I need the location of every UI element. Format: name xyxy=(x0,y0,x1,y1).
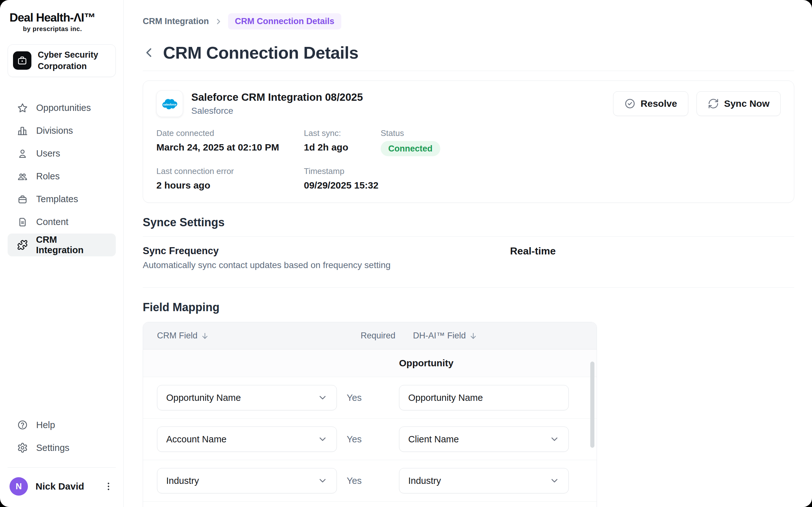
table-row: Expected deal value Yes Amount xyxy=(143,502,597,507)
dhai-field-select[interactable]: Client Name xyxy=(399,427,569,452)
field-label: Timestamp xyxy=(304,166,380,176)
svg-text:salesforce: salesforce xyxy=(163,103,176,106)
help-circle-icon xyxy=(17,419,28,430)
dhai-field-select[interactable]: Industry xyxy=(399,468,569,493)
select-value: Opportunity Name xyxy=(408,393,483,403)
breadcrumb-parent[interactable]: CRM Integration xyxy=(143,16,209,26)
column-header-dhai-field[interactable]: DH-AI™ Field xyxy=(413,331,597,341)
field-value: 09/29/2025 15:32 xyxy=(304,179,380,192)
sidebar-item-content[interactable]: Content xyxy=(8,211,116,233)
sidebar-item-label: Opportunities xyxy=(36,103,91,113)
column-header-label: Required xyxy=(361,331,396,341)
connection-name: Saleforce CRM Integration 08/2025 xyxy=(191,91,363,103)
column-header-label: DH-AI™ Field xyxy=(413,331,466,341)
chevron-down-icon xyxy=(317,393,328,403)
resolve-button[interactable]: Resolve xyxy=(613,91,688,116)
salesforce-logo-icon: salesforce xyxy=(156,90,183,117)
status-badge: Connected xyxy=(380,141,440,156)
select-value: Opportunity Name xyxy=(166,393,241,403)
kebab-menu-icon[interactable] xyxy=(103,481,114,492)
puzzle-icon xyxy=(17,239,28,250)
sync-now-button-label: Sync Now xyxy=(724,98,769,109)
table-body: Opportunity Opportunity Name Yes xyxy=(143,349,597,507)
field-label: Date connected xyxy=(156,128,304,138)
sidebar-item-label: CRM Integration xyxy=(36,234,106,256)
connection-fields: Date connected March 24, 2025 at 02:10 P… xyxy=(156,128,780,192)
document-icon xyxy=(17,217,28,228)
field-mapping-heading: Field Mapping xyxy=(143,300,794,314)
field-status: Status Connected xyxy=(380,128,780,156)
sidebar-item-opportunities[interactable]: Opportunities xyxy=(8,97,116,119)
dhai-field-input[interactable]: Opportunity Name xyxy=(399,385,569,410)
app-window: Deal Health-ΛI™ by prescriptas inc. Cybe… xyxy=(0,0,812,507)
sidebar-item-users[interactable]: Users xyxy=(8,142,116,165)
section-divider xyxy=(143,287,794,288)
sidebar-item-divisions[interactable]: Divisions xyxy=(8,119,116,142)
company-name: Cyber Security Corporation xyxy=(38,49,110,72)
sidebar-item-label: Roles xyxy=(36,171,60,181)
breadcrumb: CRM Integration CRM Connection Details xyxy=(143,13,794,30)
sidebar-item-templates[interactable]: Templates xyxy=(8,188,116,211)
sidebar-item-label: Divisions xyxy=(36,125,73,136)
company-selector[interactable]: Cyber Security Corporation xyxy=(8,44,116,77)
star-icon xyxy=(17,103,28,113)
sidebar-item-label: Users xyxy=(36,148,60,159)
sidebar-item-label: Templates xyxy=(36,194,78,205)
table-row: Industry Yes Industry xyxy=(143,460,597,502)
sync-frequency-value: Real-time xyxy=(510,245,556,257)
header-divider xyxy=(143,71,794,71)
user-icon xyxy=(17,148,28,159)
select-value: Client Name xyxy=(408,434,459,445)
crm-field-select[interactable]: Opportunity Name xyxy=(157,385,337,410)
group-row-opportunity: Opportunity xyxy=(143,349,597,377)
sync-icon xyxy=(708,98,719,109)
table-scrollbar[interactable] xyxy=(590,361,595,448)
chevron-down-icon xyxy=(317,475,328,486)
app-logo: Deal Health-ΛI™ by prescriptas inc. xyxy=(8,11,96,33)
field-last-sync: Last sync: 1d 2h ago xyxy=(304,128,380,156)
sidebar-divider xyxy=(8,467,116,468)
field-value: 1d 2h ago xyxy=(304,141,380,154)
connection-card: salesforce Saleforce CRM Integration 08/… xyxy=(143,80,794,203)
chevron-down-icon xyxy=(549,475,560,486)
sidebar-nav: Opportunities Divisions Users Roles xyxy=(8,97,116,257)
crm-field-select[interactable]: Account Name xyxy=(157,427,337,452)
select-value: Industry xyxy=(166,475,199,486)
chevron-right-icon xyxy=(214,17,223,26)
back-chevron-icon[interactable] xyxy=(143,46,155,59)
field-mapping-table: CRM Field Required DH-AI™ Field xyxy=(143,322,597,507)
field-label: Last connection error xyxy=(156,166,304,176)
main-content: CRM Integration CRM Connection Details C… xyxy=(124,0,812,507)
field-label: Status xyxy=(380,128,780,138)
page-title: CRM Connection Details xyxy=(163,43,358,62)
page-header: CRM Connection Details xyxy=(143,43,794,62)
sidebar-item-crm-integration[interactable]: CRM Integration xyxy=(8,233,116,257)
field-date-connected: Date connected March 24, 2025 at 02:10 P… xyxy=(156,128,304,156)
column-header-required: Required xyxy=(361,331,413,341)
bar-chart-icon xyxy=(17,125,28,136)
sync-now-button[interactable]: Sync Now xyxy=(697,91,780,116)
connection-provider: Salesforce xyxy=(191,106,363,116)
field-label: Last sync: xyxy=(304,128,380,138)
field-last-error: Last connection error 2 hours ago xyxy=(156,166,304,192)
sync-frequency-label: Sync Frequency xyxy=(143,245,510,257)
briefcase-icon xyxy=(13,51,32,70)
sidebar-item-roles[interactable]: Roles xyxy=(8,165,116,188)
chevron-down-icon xyxy=(549,434,560,444)
required-cell: Yes xyxy=(347,434,399,445)
column-header-crm-field[interactable]: CRM Field xyxy=(157,331,361,341)
sidebar-item-help[interactable]: Help xyxy=(8,413,116,436)
crm-field-select[interactable]: Industry xyxy=(157,468,337,493)
table-row: Account Name Yes Client Name xyxy=(143,418,597,460)
sync-settings-heading: Synce Settings xyxy=(143,216,794,229)
user-menu[interactable]: N Nick David xyxy=(8,475,116,496)
field-timestamp: Timestamp 09/29/2025 15:32 xyxy=(304,166,380,192)
table-row: Opportunity Name Yes Opportunity Name xyxy=(143,377,597,418)
sidebar-item-settings[interactable]: Settings xyxy=(8,436,116,459)
required-cell: Yes xyxy=(347,475,399,486)
field-value: March 24, 2025 at 02:10 PM xyxy=(156,141,304,154)
sidebar-item-label: Settings xyxy=(36,443,69,453)
gear-icon xyxy=(17,442,28,453)
app-logo-subtitle: by prescriptas inc. xyxy=(9,25,96,33)
sort-arrow-down-icon xyxy=(201,332,209,340)
